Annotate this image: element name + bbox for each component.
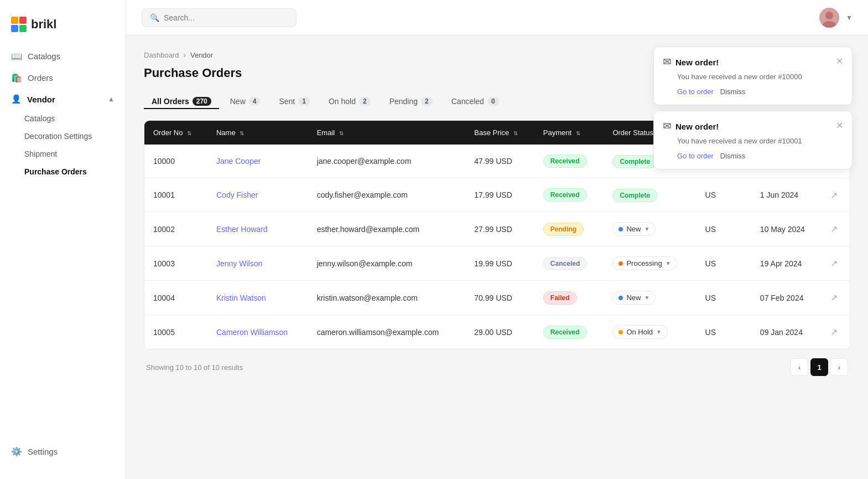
external-link-icon[interactable]: ↗ — [830, 259, 838, 268]
person-icon: 👤 — [11, 94, 22, 104]
order-status-dropdown[interactable]: On Hold ▼ — [612, 325, 668, 339]
dismiss-button[interactable]: Dismiss — [720, 87, 746, 96]
sort-icon: ⇅ — [240, 130, 244, 136]
breadcrumb-vendor: Vendor — [190, 51, 213, 59]
order-status-dropdown[interactable]: New ▼ — [612, 291, 656, 305]
cell-name: Jane Cooper — [207, 145, 308, 178]
chevron-down-icon: ▼ — [656, 329, 662, 335]
status-dot — [618, 261, 623, 266]
sidebar-item-settings[interactable]: ⚙️ Settings — [0, 441, 126, 462]
status-label: New — [626, 293, 641, 302]
sidebar-item-purchase-orders[interactable]: Purchase Orders — [0, 163, 126, 181]
tab-sent[interactable]: Sent 1 — [271, 94, 318, 109]
cell-external-link[interactable]: ↗ — [822, 178, 850, 212]
notification-title-text: New order! — [675, 58, 719, 67]
table-row: 10003 Jenny Wilson jenny.wilson@example.… — [144, 246, 850, 281]
cell-order-status: Processing ▼ — [604, 246, 696, 281]
breadcrumb-dashboard[interactable]: Dashboard — [144, 51, 179, 59]
sidebar-item-decoration-settings[interactable]: Decoration Settings — [0, 127, 126, 145]
search-input[interactable] — [164, 13, 288, 22]
cell-external-link[interactable]: ↗ — [822, 212, 850, 246]
notification-2: ✉ New order! ✕ You have received a new o… — [653, 111, 853, 169]
header-chevron-icon[interactable]: ▼ — [846, 14, 853, 22]
tab-all-orders[interactable]: All Orders 270 — [144, 94, 219, 109]
cell-email: jane.cooper@example.com — [308, 145, 466, 178]
cell-order-status: New ▼ — [604, 212, 696, 246]
cell-external-link[interactable]: ↗ — [822, 281, 850, 315]
settings-label: Settings — [28, 447, 58, 456]
tab-label: All Orders — [152, 97, 189, 106]
cell-name: Jenny Wilson — [207, 246, 308, 281]
cell-external-link[interactable]: ↗ — [822, 315, 850, 349]
cell-order-no: 10003 — [144, 246, 207, 281]
cell-base-price: 27.99 USD — [465, 212, 534, 246]
cell-name: Esther Howard — [207, 212, 308, 246]
tab-label: Canceled — [451, 97, 484, 106]
sidebar-item-shipment[interactable]: Shipment — [0, 145, 126, 163]
col-base-price[interactable]: Base Price ⇅ — [465, 121, 534, 145]
sidebar-item-vendor[interactable]: 👤 Vendor ▲ — [0, 89, 126, 110]
col-name[interactable]: Name ⇅ — [207, 121, 308, 145]
pagination-prev[interactable]: ‹ — [791, 358, 808, 376]
tab-new[interactable]: New 4 — [222, 94, 268, 109]
status-dot — [618, 296, 623, 300]
tab-pending[interactable]: Pending 2 — [382, 94, 440, 109]
sidebar-bottom: ⚙️ Settings — [0, 435, 126, 468]
external-link-icon[interactable]: ↗ — [830, 327, 838, 337]
tab-count: 270 — [193, 97, 211, 106]
notification-close-button[interactable]: ✕ — [836, 56, 843, 66]
order-status-badge: Complete — [612, 189, 657, 202]
tab-count: 2 — [359, 97, 371, 106]
order-status-dropdown[interactable]: Processing ▼ — [612, 256, 677, 270]
tab-count: 4 — [249, 97, 261, 106]
payment-badge: Canceled — [543, 257, 587, 270]
cell-base-price: 19.99 USD — [465, 246, 534, 281]
col-payment[interactable]: Payment ⇅ — [534, 121, 604, 145]
cell-base-price: 47.99 USD — [465, 145, 534, 178]
notifications-panel: ✉ New order! ✕ You have received a new o… — [653, 47, 853, 169]
pagination-controls: ‹ 1 › — [791, 358, 848, 376]
dismiss-button[interactable]: Dismiss — [720, 152, 746, 160]
sidebar: brikl 📖 Catalogs 🛍️ Orders 👤 Vendor ▲ Ca… — [0, 0, 126, 479]
notification-title-text: New order! — [675, 122, 719, 131]
order-status-dropdown[interactable]: New ▼ — [612, 222, 656, 236]
payment-badge: Received — [543, 154, 587, 168]
pagination-next[interactable]: › — [830, 358, 848, 376]
tab-canceled[interactable]: Canceled 0 — [444, 94, 507, 109]
header: 🔍 ▼ — [126, 0, 868, 35]
go-to-order-link[interactable]: Go to order — [677, 87, 714, 96]
tab-on-hold[interactable]: On hold 2 — [321, 94, 378, 109]
sidebar-item-vendor-catalogs[interactable]: Catalogs — [0, 110, 126, 127]
cell-date: 10 May 2024 — [751, 212, 822, 246]
notification-body: You have received a new order #10000 — [677, 73, 843, 81]
payment-badge: Received — [543, 326, 587, 339]
cell-payment: Failed — [534, 281, 604, 315]
notification-body: You have received a new order #10001 — [677, 137, 843, 145]
cell-ship-to: US — [697, 315, 751, 349]
logo-icon — [11, 17, 27, 32]
go-to-order-link[interactable]: Go to order — [677, 152, 714, 160]
pagination-page-1[interactable]: 1 — [810, 358, 828, 376]
table-row: 10005 Cameron Williamson cameron.william… — [144, 315, 850, 349]
cell-order-no: 10002 — [144, 212, 207, 246]
chevron-down-icon: ▼ — [644, 295, 649, 301]
search-bar[interactable]: 🔍 — [142, 8, 297, 27]
col-email[interactable]: Email ⇅ — [308, 121, 466, 145]
cell-order-status: On Hold ▼ — [604, 315, 696, 349]
search-icon: 🔍 — [150, 13, 159, 22]
chevron-up-icon: ▲ — [108, 95, 115, 103]
cell-order-no: 10004 — [144, 281, 207, 315]
sidebar-item-catalogs[interactable]: 📖 Catalogs — [0, 45, 126, 67]
vendor-submenu: Catalogs Decoration Settings Shipment Pu… — [0, 110, 126, 181]
notification-icon: ✉ — [663, 56, 671, 68]
submenu-label: Decoration Settings — [24, 132, 92, 141]
cell-payment: Pending — [534, 212, 604, 246]
cell-external-link[interactable]: ↗ — [822, 246, 850, 281]
sidebar-item-orders[interactable]: 🛍️ Orders — [0, 67, 126, 89]
external-link-icon[interactable]: ↗ — [830, 293, 838, 302]
cell-order-no: 10001 — [144, 178, 207, 212]
external-link-icon[interactable]: ↗ — [830, 190, 838, 200]
external-link-icon[interactable]: ↗ — [830, 224, 838, 234]
col-order-no[interactable]: Order No ⇅ — [144, 121, 207, 145]
notification-close-button[interactable]: ✕ — [836, 120, 843, 131]
